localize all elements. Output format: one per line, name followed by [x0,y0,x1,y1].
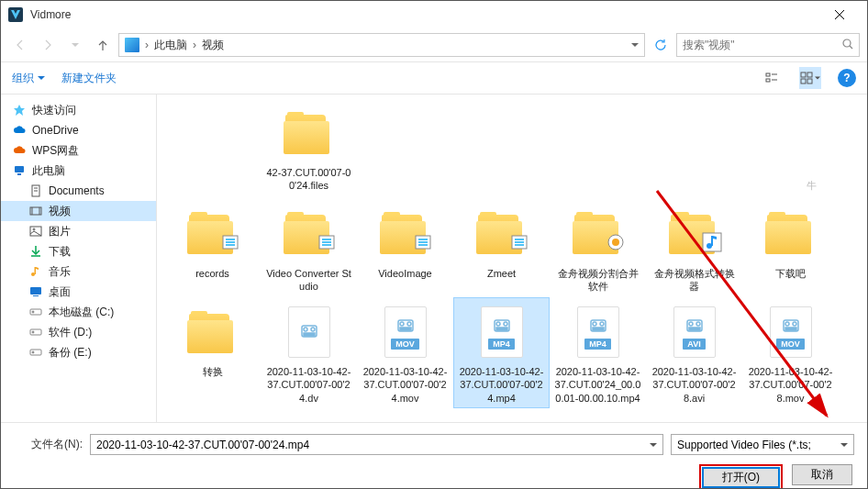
cancel-button[interactable]: 取消 [792,464,852,485]
folder-item-truncated[interactable]: 42-37.CUT.00'07-00'24.files [261,98,357,197]
svg-marker-0 [11,10,20,19]
item-thumb: MP4 [465,302,539,361]
svg-rect-81 [689,328,700,330]
address-dropdown[interactable] [631,39,639,51]
item-thumb [465,204,539,263]
sidebar-item-4[interactable]: Documents [1,181,156,201]
svg-rect-73 [496,328,507,330]
sidebar-item-10[interactable]: 本地磁盘 (C:) [1,302,156,322]
help-button[interactable]: ? [838,69,856,87]
svg-point-71 [496,322,500,326]
item-label: 金舟视频格式转换器 [651,267,738,294]
svg-rect-16 [807,79,812,83]
folder-item-truncated-right[interactable]: 牛 [763,174,860,196]
app-logo [8,7,23,22]
sidebar-item-7[interactable]: 下载 [1,241,156,261]
dialog-footer: 文件名(N): 2020-11-03-10-42-37.CUT.00'07-00… [1,422,867,489]
svg-point-36 [32,311,34,313]
svg-point-31 [31,272,35,276]
new-folder-button[interactable]: 新建文件夹 [61,71,117,86]
item-label: 42-37.CUT.00'07-00'24.files [265,166,352,193]
svg-point-67 [400,322,404,326]
sidebar-item-5[interactable]: 视频 [1,201,156,221]
desktop-icon [28,284,43,299]
file-item[interactable]: 2020-11-03-10-42-37.CUT.00'07-00'24.dv [261,297,357,408]
item-label: records [195,267,229,280]
forward-button[interactable] [36,33,60,57]
filetype-select[interactable]: Supported Video Files (*.ts; [671,434,854,455]
folder-item[interactable]: 转换 [164,297,261,408]
disk-icon [28,305,43,319]
folder-item[interactable]: 金舟视频分割合并软件 [550,199,646,298]
item-label: Video Converter Studio [265,267,352,294]
sidebar-item-1[interactable]: OneDrive [1,120,156,140]
breadcrumb-current[interactable]: 视频 [202,38,224,53]
svg-rect-9 [766,73,770,76]
view-icons-button[interactable] [799,67,821,89]
recent-dropdown[interactable] [63,33,87,57]
folder-item[interactable]: 下载吧 [742,199,839,298]
breadcrumb-root[interactable]: 此电脑 [154,38,187,53]
file-item[interactable]: AVI2020-11-03-10-42-37.CUT.00'07-00'28.a… [646,297,742,408]
svg-point-75 [593,322,596,326]
close-button[interactable] [818,1,860,28]
sidebar-item-9[interactable]: 桌面 [1,282,156,302]
item-thumb [658,204,731,263]
svg-point-38 [32,331,34,333]
address-bar[interactable]: › 此电脑 › 视频 [118,33,645,57]
svg-marker-3 [72,43,79,47]
sidebar-item-2[interactable]: WPS网盘 [1,140,156,161]
sidebar-label: 桌面 [49,284,71,300]
svg-point-6 [843,39,851,47]
folder-item[interactable]: 金舟视频格式转换器 [646,199,742,298]
folder-item[interactable]: Zmeet [453,199,550,298]
item-thumb [273,204,346,263]
svg-point-58 [612,239,619,246]
folder-item[interactable]: VideoImage [357,199,453,298]
svg-point-63 [304,328,307,331]
sidebar-item-6[interactable]: 图片 [1,221,156,241]
sidebar-label: OneDrive [32,124,79,137]
search-icon[interactable] [842,39,853,52]
breadcrumb-sep: › [193,39,196,51]
file-item[interactable]: MP42020-11-03-10-42-37.CUT.00'24_00.00.0… [550,297,646,408]
view-details-button[interactable] [761,67,783,89]
item-thumb [369,204,442,263]
file-item[interactable]: MOV2020-11-03-10-42-37.CUT.00'07-00'28.m… [742,297,839,408]
music-icon [28,264,43,279]
search-input[interactable] [683,39,839,51]
sidebar-item-12[interactable]: 备份 (E:) [1,342,156,362]
organize-menu[interactable]: 组织 [12,71,45,86]
sidebar-label: 快速访问 [32,103,76,118]
sidebar-item-3[interactable]: 此电脑 [1,161,156,181]
up-button[interactable] [91,33,115,57]
file-item[interactable]: MOV2020-11-03-10-42-37.CUT.00'07-00'24.m… [357,297,453,408]
folder-item[interactable]: Video Converter Studio [261,199,357,298]
open-button[interactable]: 打开(O) [702,467,780,488]
filename-input[interactable]: 2020-11-03-10-42-37.CUT.00'07-00'24.mp4 [90,434,663,455]
sidebar-item-11[interactable]: 软件 (D:) [1,322,156,342]
item-thumb: MOV [369,302,442,361]
search-box[interactable] [676,33,860,57]
sidebar-item-8[interactable]: 音乐 [1,261,156,282]
star-icon [12,103,27,117]
item-label: 2020-11-03-10-42-37.CUT.00'07-00'24.mp4 [458,365,545,404]
svg-marker-8 [38,76,45,80]
video-icon [28,204,43,218]
svg-point-64 [311,328,315,331]
item-label: 金舟视频分割合并软件 [554,267,641,294]
svg-point-72 [504,322,507,326]
svg-marker-17 [815,77,820,80]
back-button[interactable] [8,33,32,57]
item-thumb [273,302,346,361]
item-label: 牛 [807,179,817,192]
sidebar-item-0[interactable]: 快速访问 [1,100,156,120]
svg-point-84 [793,322,796,326]
file-item[interactable]: MP42020-11-03-10-42-37.CUT.00'07-00'24.m… [453,297,550,408]
sidebar-label: 图片 [49,224,71,239]
refresh-button[interactable] [649,33,673,57]
sidebar-label: WPS网盘 [32,143,79,159]
folder-item[interactable]: records [164,199,261,298]
sidebar-label: 本地磁盘 (C:) [49,305,114,320]
location-icon [125,38,139,52]
